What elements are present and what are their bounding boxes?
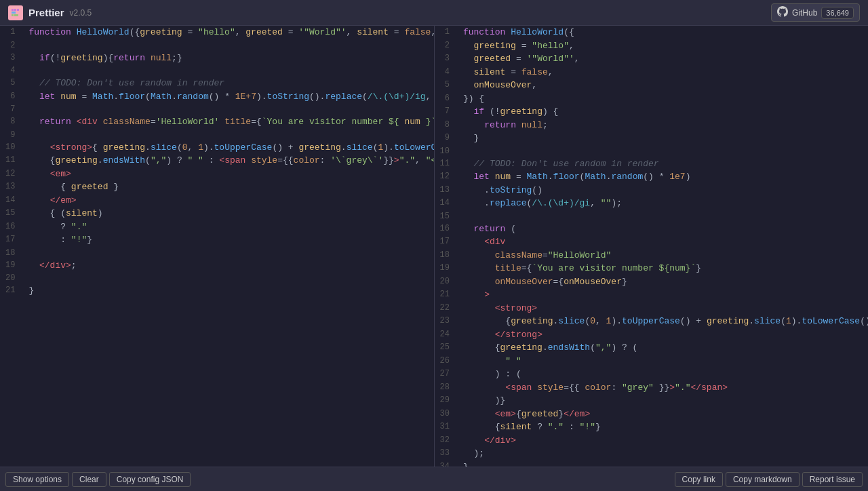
line-code: // TODO: Don't use random in render: [458, 157, 868, 171]
line-number: 7: [435, 105, 458, 119]
table-row: 26 " ": [435, 355, 869, 368]
table-row: 19 </div>;: [0, 259, 435, 273]
table-row: 1 function HelloWorld({greeting = "hello…: [0, 26, 435, 39]
table-row: 11 {greeting.endsWith(",") ? " " : <span…: [0, 154, 435, 168]
line-code: }: [23, 284, 434, 298]
show-options-button[interactable]: Show options: [5, 472, 69, 487]
table-row: 10 <strong>{ greeting.slice(0, 1).toUppe…: [0, 141, 435, 155]
header: Prettier v2.0.5 GitHub 36,649: [0, 0, 868, 26]
table-row: 9 }: [435, 132, 869, 145]
line-number: 32: [435, 434, 458, 448]
copy-link-button[interactable]: Copy link: [675, 472, 723, 487]
line-code: [23, 247, 434, 259]
svg-rect-1: [14, 9, 16, 11]
table-row: 28 <span style={{ color: "grey" }}>"."</…: [435, 381, 869, 395]
line-code: { (silent): [23, 207, 434, 220]
table-row: 6 let num = Math.floor(Math.random() * 1…: [0, 90, 435, 104]
footer-left: Show options Clear Copy config JSON: [5, 472, 191, 487]
line-number: 1: [0, 26, 23, 39]
line-code: </div>;: [23, 259, 434, 273]
github-link[interactable]: GitHub 36,649: [771, 3, 860, 22]
table-row: 20 onMouseOver={onMouseOver}: [435, 275, 869, 289]
line-number: 16: [0, 220, 23, 234]
table-row: 13 .toString(): [435, 184, 869, 197]
clear-button[interactable]: Clear: [72, 472, 106, 487]
line-code: greeting = "hello",: [458, 39, 868, 53]
table-row: 24 </strong>: [435, 328, 869, 342]
line-number: 4: [435, 66, 458, 79]
line-number: 15: [0, 207, 23, 220]
line-code: function HelloWorld({greeting = "hello",…: [23, 26, 434, 39]
prettier-logo: [8, 5, 23, 20]
line-number: 17: [0, 233, 23, 247]
table-row: 12 <em>: [0, 168, 435, 181]
line-number: 17: [435, 235, 458, 249]
table-row: 20: [0, 272, 435, 284]
footer: Show options Clear Copy config JSON Copy…: [0, 467, 868, 491]
table-row: 16 ? ".": [0, 220, 435, 234]
main-content: 1 function HelloWorld({greeting = "hello…: [0, 26, 868, 467]
app-title: Prettier: [28, 7, 64, 18]
line-number: 11: [0, 154, 23, 168]
table-row: 4 silent = false,: [435, 66, 869, 79]
line-code: return null;: [458, 119, 868, 132]
github-icon: [777, 6, 788, 19]
input-panel[interactable]: 1 function HelloWorld({greeting = "hello…: [0, 26, 435, 467]
line-code: silent = false,: [458, 66, 868, 79]
table-row: 8 return null;: [435, 119, 869, 132]
line-code: " ": [458, 355, 868, 368]
line-code: let num = Math.floor(Math.random() * 1E+…: [23, 90, 434, 104]
line-number: 20: [435, 275, 458, 289]
table-row: 32 </div>: [435, 434, 869, 448]
line-code: function HelloWorld({: [458, 26, 868, 39]
line-number: 26: [435, 355, 458, 368]
line-code: [458, 210, 868, 222]
table-row: 15 { (silent): [0, 207, 435, 220]
table-row: 8 return <div className='HelloWorld' tit…: [0, 115, 435, 129]
table-row: 16 return (: [435, 222, 869, 236]
table-row: 25 {greeting.endsWith(",") ? (: [435, 341, 869, 355]
copy-config-button[interactable]: Copy config JSON: [109, 472, 191, 487]
line-code: <em>: [23, 168, 434, 181]
copy-markdown-button[interactable]: Copy markdown: [726, 472, 800, 487]
report-issue-button[interactable]: Report issue: [802, 472, 863, 487]
line-code: [23, 129, 434, 141]
line-number: 19: [435, 262, 458, 275]
line-code: [23, 64, 434, 77]
table-row: 21 >: [435, 288, 869, 302]
output-panel[interactable]: 1 function HelloWorld({ 2 greeting = "he…: [435, 26, 869, 467]
line-code: className="HelloWorld": [458, 249, 868, 262]
line-number: 6: [0, 90, 23, 104]
line-code: ? ".": [23, 220, 434, 234]
line-code: return (: [458, 222, 868, 236]
line-code: { greeted }: [23, 180, 434, 194]
line-code: </strong>: [458, 328, 868, 342]
app-version: v2.0.5: [70, 8, 92, 18]
svg-rect-0: [12, 9, 14, 11]
line-number: 4: [0, 64, 23, 77]
line-number: 1: [435, 26, 458, 39]
line-code: </div>: [458, 434, 868, 448]
table-row: 22 <strong>: [435, 302, 869, 315]
line-code: // TODO: Don't use random in render: [23, 77, 434, 90]
svg-rect-2: [17, 9, 19, 11]
line-number: 18: [0, 247, 23, 259]
line-code: <span style={{ color: "grey" }}>"."</spa…: [458, 381, 868, 395]
line-number: 15: [435, 210, 458, 222]
table-row: 5 // TODO: Don't use random in render: [0, 77, 435, 90]
left-code-table: 1 function HelloWorld({greeting = "hello…: [0, 26, 435, 298]
table-row: 2: [0, 39, 435, 52]
table-row: 15: [435, 210, 869, 222]
table-row: 5 onMouseOver,: [435, 79, 869, 92]
line-code: {greeting.slice(0, 1).toUpperCase() + gr…: [458, 315, 868, 328]
line-number: 14: [0, 194, 23, 208]
line-code: >: [458, 288, 868, 302]
line-code: if (!greeting) {: [458, 105, 868, 119]
line-number: 9: [435, 132, 458, 145]
line-code: title={`You are visitor number ${num}`}: [458, 262, 868, 275]
github-stars: 36,649: [821, 7, 854, 19]
line-code: .toString(): [458, 184, 868, 197]
line-code: }) {: [458, 92, 868, 106]
line-code: )}: [458, 394, 868, 408]
table-row: 23 {greeting.slice(0, 1).toUpperCase() +…: [435, 315, 869, 328]
